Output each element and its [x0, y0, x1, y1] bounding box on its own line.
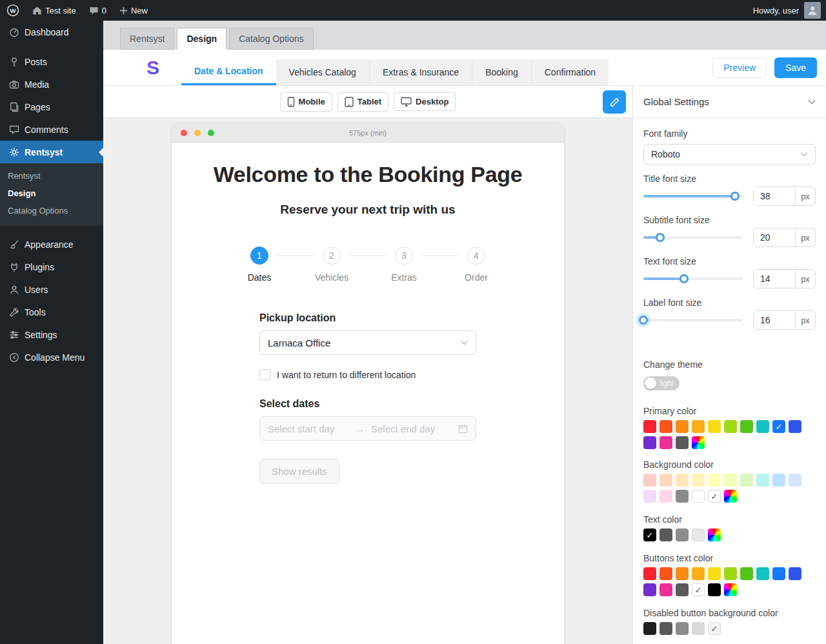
sidebar-item-users[interactable]: Users	[0, 278, 103, 301]
preview-button[interactable]: Preview	[712, 57, 767, 78]
tab-booking[interactable]: Booking	[472, 59, 531, 85]
mobile-device-button[interactable]: Mobile	[280, 92, 332, 112]
sidebar-item-dashboard[interactable]: Dashboard	[0, 21, 103, 43]
text-font-size-input[interactable]	[754, 270, 795, 288]
color-swatch[interactable]	[740, 474, 753, 487]
tab-confirmation[interactable]: Confirmation	[531, 59, 609, 85]
pickup-location-select[interactable]: Larnaca Office	[259, 330, 476, 355]
color-swatch[interactable]	[676, 474, 689, 487]
color-swatch[interactable]	[772, 474, 785, 487]
color-swatch[interactable]: ✓	[708, 622, 721, 635]
return-different-location-row[interactable]: I want to return to different location	[259, 369, 476, 380]
color-swatch[interactable]	[789, 567, 801, 580]
color-swatch[interactable]	[708, 474, 721, 487]
color-swatch[interactable]	[676, 490, 689, 503]
tablet-device-button[interactable]: Tablet	[337, 92, 388, 112]
color-swatch[interactable]: ✓	[708, 490, 721, 503]
color-picker-swatch[interactable]	[692, 436, 705, 449]
label-font-size-slider[interactable]	[643, 311, 743, 329]
color-swatch[interactable]	[756, 474, 769, 487]
sidebar-item-media[interactable]: Media	[0, 73, 103, 96]
color-swatch[interactable]	[708, 420, 721, 433]
color-swatch[interactable]	[692, 567, 705, 580]
howdy-text[interactable]: Howdy, user	[753, 6, 799, 15]
color-swatch[interactable]	[692, 622, 705, 635]
slider-handle[interactable]	[656, 233, 665, 242]
label-font-size-input[interactable]	[754, 311, 795, 329]
color-swatch[interactable]	[643, 420, 656, 433]
subtitle-font-size-input[interactable]	[754, 228, 795, 247]
text-font-size-slider[interactable]	[643, 270, 743, 288]
color-swatch[interactable]	[724, 420, 737, 433]
color-swatch[interactable]	[692, 474, 705, 487]
color-swatch[interactable]	[676, 583, 689, 596]
color-swatch[interactable]	[692, 420, 705, 433]
color-swatch[interactable]	[708, 583, 721, 596]
comments-indicator[interactable]: 0	[83, 0, 113, 21]
color-swatch[interactable]	[756, 567, 769, 580]
page-tab-rentsyst[interactable]: Rentsyst	[120, 28, 174, 50]
submenu-item-catalog-options[interactable]: Catalog Options	[0, 202, 103, 219]
slider-handle[interactable]	[730, 192, 740, 201]
color-swatch[interactable]	[676, 622, 689, 635]
sidebar-item-plugins[interactable]: Plugins	[0, 256, 103, 278]
submenu-item-rentsyst[interactable]: Rentsyst	[0, 167, 103, 185]
page-tab-catalog-options[interactable]: Catalog Options	[229, 28, 313, 50]
color-swatch[interactable]	[789, 474, 801, 487]
return-checkbox[interactable]	[259, 369, 270, 380]
color-swatch[interactable]	[660, 622, 672, 635]
color-picker-swatch[interactable]	[708, 528, 721, 541]
sidebar-item-settings[interactable]: Settings	[0, 323, 103, 346]
color-swatch[interactable]	[756, 420, 769, 433]
font-family-select[interactable]: Roboto	[643, 144, 816, 165]
sidebar-item-appearance[interactable]: Appearance	[0, 233, 103, 256]
color-swatch[interactable]	[643, 567, 656, 580]
step-order[interactable]: 4 Order	[458, 247, 494, 283]
date-range-picker[interactable]: Select start day → Select end day	[259, 416, 476, 441]
color-swatch[interactable]	[724, 474, 737, 487]
page-tab-design[interactable]: Design	[177, 28, 227, 50]
sidebar-item-pages[interactable]: Pages	[0, 96, 103, 118]
color-swatch[interactable]	[660, 583, 672, 596]
desktop-device-button[interactable]: Desktop	[394, 92, 456, 111]
tab-vehicles-catalog[interactable]: Vehicles Catalog	[276, 59, 369, 85]
theme-toggle[interactable]: light	[643, 376, 680, 390]
title-font-size-slider[interactable]	[643, 187, 743, 205]
color-swatch[interactable]	[660, 474, 672, 487]
color-swatch[interactable]	[789, 420, 801, 433]
show-results-button[interactable]: Show results	[259, 459, 339, 484]
tab-extras-insurance[interactable]: Extras & Insurance	[369, 59, 472, 85]
tab-date-location[interactable]: Date & Location	[181, 59, 276, 85]
sidebar-item-comments[interactable]: Comments	[0, 118, 103, 141]
color-swatch[interactable]	[660, 420, 672, 433]
color-swatch[interactable]	[643, 622, 656, 635]
color-swatch[interactable]	[643, 474, 656, 487]
slider-handle[interactable]	[639, 316, 648, 325]
color-swatch[interactable]	[724, 567, 737, 580]
color-swatch[interactable]	[740, 567, 753, 580]
color-swatch[interactable]	[740, 420, 753, 433]
color-swatch[interactable]	[676, 420, 689, 433]
color-swatch[interactable]	[676, 567, 689, 580]
avatar[interactable]	[804, 2, 821, 19]
sidebar-collapse-menu[interactable]: Collapse Menu	[0, 346, 103, 368]
sidebar-item-tools[interactable]: Tools	[0, 301, 103, 323]
color-picker-swatch[interactable]	[724, 583, 737, 596]
color-swatch[interactable]	[692, 528, 705, 541]
color-swatch[interactable]	[660, 436, 672, 449]
step-dates[interactable]: 1 Dates	[241, 247, 277, 283]
step-vehicles[interactable]: 2 Vehicles	[314, 247, 350, 283]
step-extras[interactable]: 3 Extras	[386, 247, 422, 283]
color-swatch[interactable]	[772, 567, 785, 580]
subtitle-font-size-slider[interactable]	[643, 228, 743, 247]
sidebar-item-rentsyst[interactable]: Rentsyst	[0, 141, 103, 163]
submenu-item-design[interactable]: Design	[0, 185, 103, 202]
color-picker-swatch[interactable]	[724, 490, 737, 503]
sidebar-item-posts[interactable]: Posts	[0, 50, 103, 73]
color-swatch[interactable]: ✓	[772, 420, 785, 433]
color-swatch[interactable]	[660, 567, 672, 580]
color-swatch[interactable]	[643, 436, 656, 449]
title-font-size-input[interactable]	[754, 187, 795, 205]
global-settings-header[interactable]: Global Settings	[633, 86, 826, 118]
edit-button[interactable]	[603, 90, 626, 114]
